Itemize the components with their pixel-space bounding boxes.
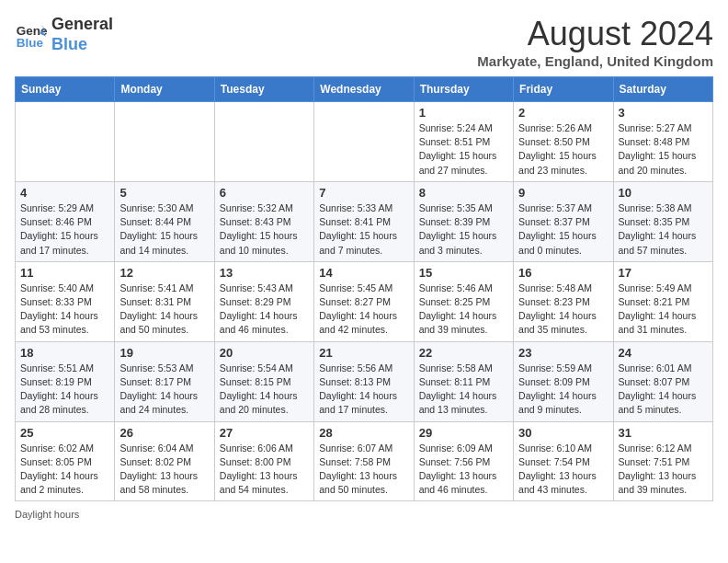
- location-subtitle: Markyate, England, United Kingdom: [477, 53, 713, 69]
- calendar-cell: 26Sunrise: 6:04 AM Sunset: 8:02 PM Dayli…: [115, 421, 214, 501]
- day-detail: Sunrise: 6:12 AM Sunset: 7:51 PM Dayligh…: [619, 442, 708, 498]
- calendar-cell: 12Sunrise: 5:41 AM Sunset: 8:31 PM Dayli…: [115, 261, 214, 341]
- calendar-cell: 1Sunrise: 5:24 AM Sunset: 8:51 PM Daylig…: [414, 102, 513, 182]
- calendar-table: SundayMondayTuesdayWednesdayThursdayFrid…: [15, 76, 713, 501]
- calendar-cell: 14Sunrise: 5:45 AM Sunset: 8:27 PM Dayli…: [314, 261, 414, 341]
- day-number: 2: [518, 106, 608, 120]
- calendar-col-thursday: Thursday: [414, 77, 513, 102]
- day-detail: Sunrise: 5:40 AM Sunset: 8:33 PM Dayligh…: [20, 282, 109, 338]
- day-detail: Sunrise: 6:06 AM Sunset: 8:00 PM Dayligh…: [220, 442, 309, 498]
- logo: General Blue General Blue: [15, 15, 113, 54]
- day-number: 29: [419, 426, 508, 440]
- calendar-cell: [16, 102, 115, 182]
- calendar-cell: 24Sunrise: 6:01 AM Sunset: 8:07 PM Dayli…: [613, 341, 712, 421]
- day-detail: Sunrise: 5:27 AM Sunset: 8:48 PM Dayligh…: [619, 121, 708, 178]
- day-detail: Sunrise: 5:30 AM Sunset: 8:44 PM Dayligh…: [119, 201, 209, 258]
- calendar-cell: 3Sunrise: 5:27 AM Sunset: 8:48 PM Daylig…: [613, 102, 712, 182]
- calendar-cell: 2Sunrise: 5:26 AM Sunset: 8:50 PM Daylig…: [514, 102, 613, 182]
- day-detail: Sunrise: 5:35 AM Sunset: 8:39 PM Dayligh…: [419, 201, 508, 258]
- day-detail: Sunrise: 6:07 AM Sunset: 7:58 PM Dayligh…: [319, 442, 408, 498]
- day-detail: Sunrise: 6:01 AM Sunset: 8:07 PM Dayligh…: [619, 362, 708, 418]
- calendar-cell: 10Sunrise: 5:38 AM Sunset: 8:35 PM Dayli…: [613, 181, 712, 261]
- calendar-header-row: SundayMondayTuesdayWednesdayThursdayFrid…: [16, 77, 713, 102]
- day-detail: Sunrise: 5:56 AM Sunset: 8:13 PM Dayligh…: [319, 362, 408, 418]
- day-detail: Sunrise: 5:51 AM Sunset: 8:19 PM Dayligh…: [20, 362, 109, 418]
- calendar-cell: 15Sunrise: 5:46 AM Sunset: 8:25 PM Dayli…: [414, 261, 513, 341]
- footer: Daylight hours: [15, 509, 713, 520]
- day-number: 30: [518, 426, 608, 440]
- day-number: 4: [20, 186, 109, 200]
- day-detail: Sunrise: 5:33 AM Sunset: 8:41 PM Dayligh…: [319, 201, 408, 258]
- calendar-cell: 4Sunrise: 5:29 AM Sunset: 8:46 PM Daylig…: [16, 181, 115, 261]
- day-number: 6: [220, 186, 309, 200]
- day-number: 14: [319, 266, 408, 280]
- title-block: August 2024 Markyate, England, United Ki…: [477, 15, 713, 69]
- day-detail: Sunrise: 5:24 AM Sunset: 8:51 PM Dayligh…: [419, 121, 508, 178]
- calendar-cell: 16Sunrise: 5:48 AM Sunset: 8:23 PM Dayli…: [514, 261, 613, 341]
- day-number: 8: [419, 186, 508, 200]
- calendar-cell: 22Sunrise: 5:58 AM Sunset: 8:11 PM Dayli…: [414, 341, 513, 421]
- logo-icon: General Blue: [15, 18, 48, 52]
- calendar-col-friday: Friday: [514, 77, 613, 102]
- calendar-cell: 19Sunrise: 5:53 AM Sunset: 8:17 PM Dayli…: [115, 341, 214, 421]
- footer-text: Daylight hours: [15, 509, 79, 520]
- day-detail: Sunrise: 5:48 AM Sunset: 8:23 PM Dayligh…: [518, 282, 608, 338]
- calendar-week-3: 18Sunrise: 5:51 AM Sunset: 8:19 PM Dayli…: [16, 341, 713, 421]
- day-number: 7: [319, 186, 408, 200]
- calendar-cell: 7Sunrise: 5:33 AM Sunset: 8:41 PM Daylig…: [314, 181, 414, 261]
- day-number: 28: [319, 426, 408, 440]
- calendar-cell: 11Sunrise: 5:40 AM Sunset: 8:33 PM Dayli…: [16, 261, 115, 341]
- calendar-cell: 30Sunrise: 6:10 AM Sunset: 7:54 PM Dayli…: [514, 421, 613, 501]
- calendar-col-tuesday: Tuesday: [214, 77, 313, 102]
- day-number: 3: [619, 106, 708, 120]
- calendar-cell: 27Sunrise: 6:06 AM Sunset: 8:00 PM Dayli…: [214, 421, 313, 501]
- calendar-week-1: 4Sunrise: 5:29 AM Sunset: 8:46 PM Daylig…: [16, 181, 713, 261]
- calendar-cell: [214, 102, 313, 182]
- calendar-cell: 17Sunrise: 5:49 AM Sunset: 8:21 PM Dayli…: [613, 261, 712, 341]
- day-number: 24: [619, 346, 708, 360]
- day-number: 11: [20, 266, 109, 280]
- calendar-cell: 31Sunrise: 6:12 AM Sunset: 7:51 PM Dayli…: [613, 421, 712, 501]
- day-detail: Sunrise: 5:54 AM Sunset: 8:15 PM Dayligh…: [220, 362, 309, 418]
- month-title: August 2024: [477, 15, 713, 53]
- calendar-cell: [115, 102, 214, 182]
- day-detail: Sunrise: 5:37 AM Sunset: 8:37 PM Dayligh…: [518, 201, 608, 258]
- day-detail: Sunrise: 5:59 AM Sunset: 8:09 PM Dayligh…: [518, 362, 608, 418]
- logo-text-general: General: [51, 15, 113, 35]
- day-number: 16: [518, 266, 608, 280]
- calendar-week-4: 25Sunrise: 6:02 AM Sunset: 8:05 PM Dayli…: [16, 421, 713, 501]
- calendar-col-wednesday: Wednesday: [314, 77, 414, 102]
- day-number: 23: [518, 346, 608, 360]
- calendar-cell: 8Sunrise: 5:35 AM Sunset: 8:39 PM Daylig…: [414, 181, 513, 261]
- day-detail: Sunrise: 5:53 AM Sunset: 8:17 PM Dayligh…: [119, 362, 209, 418]
- calendar-week-0: 1Sunrise: 5:24 AM Sunset: 8:51 PM Daylig…: [16, 102, 713, 182]
- day-number: 22: [419, 346, 508, 360]
- day-detail: Sunrise: 6:09 AM Sunset: 7:56 PM Dayligh…: [419, 442, 508, 498]
- page-header: General Blue General Blue August 2024 Ma…: [15, 15, 713, 69]
- day-detail: Sunrise: 5:49 AM Sunset: 8:21 PM Dayligh…: [619, 282, 708, 338]
- day-detail: Sunrise: 6:04 AM Sunset: 8:02 PM Dayligh…: [119, 442, 209, 498]
- svg-text:Blue: Blue: [17, 35, 44, 49]
- day-number: 10: [619, 186, 708, 200]
- day-number: 31: [619, 426, 708, 440]
- day-number: 27: [220, 426, 309, 440]
- day-number: 25: [20, 426, 109, 440]
- calendar-col-sunday: Sunday: [16, 77, 115, 102]
- day-detail: Sunrise: 5:45 AM Sunset: 8:27 PM Dayligh…: [319, 282, 408, 338]
- calendar-cell: 23Sunrise: 5:59 AM Sunset: 8:09 PM Dayli…: [514, 341, 613, 421]
- day-detail: Sunrise: 5:32 AM Sunset: 8:43 PM Dayligh…: [220, 201, 309, 258]
- day-detail: Sunrise: 5:43 AM Sunset: 8:29 PM Dayligh…: [220, 282, 309, 338]
- day-detail: Sunrise: 5:58 AM Sunset: 8:11 PM Dayligh…: [419, 362, 508, 418]
- calendar-cell: 28Sunrise: 6:07 AM Sunset: 7:58 PM Dayli…: [314, 421, 414, 501]
- day-number: 21: [319, 346, 408, 360]
- day-number: 1: [419, 106, 508, 120]
- day-detail: Sunrise: 5:41 AM Sunset: 8:31 PM Dayligh…: [119, 282, 209, 338]
- calendar-cell: [314, 102, 414, 182]
- calendar-col-saturday: Saturday: [613, 77, 712, 102]
- day-number: 12: [119, 266, 209, 280]
- calendar-cell: 6Sunrise: 5:32 AM Sunset: 8:43 PM Daylig…: [214, 181, 313, 261]
- day-detail: Sunrise: 5:26 AM Sunset: 8:50 PM Dayligh…: [518, 121, 608, 178]
- day-detail: Sunrise: 5:29 AM Sunset: 8:46 PM Dayligh…: [20, 201, 109, 258]
- calendar-cell: 13Sunrise: 5:43 AM Sunset: 8:29 PM Dayli…: [214, 261, 313, 341]
- day-number: 18: [20, 346, 109, 360]
